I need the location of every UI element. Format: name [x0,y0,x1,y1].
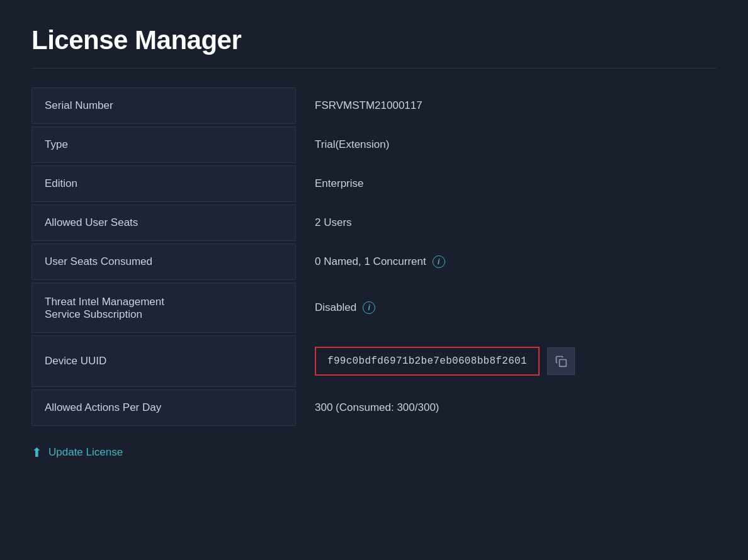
device-uuid-row: Device UUID f99c0bdfd6971b2be7eb0608bb8f… [31,335,717,387]
user-seats-consumed-text: 0 Named, 1 Concurrent [315,255,426,268]
threat-intel-text: Disabled [315,301,356,314]
serial-number-value: FSRVMSTM21000117 [296,87,717,124]
allowed-user-seats-label: Allowed User Seats [31,204,296,241]
type-label: Type [31,126,296,163]
copy-uuid-button[interactable] [547,347,575,375]
threat-intel-row: Threat Intel ManagementService Subscript… [31,283,717,333]
device-uuid-value: f99c0bdfd6971b2be7eb0608bb8f2601 [296,335,717,387]
edition-label: Edition [31,165,296,202]
header-divider [31,68,717,69]
update-license-label: Update License [48,446,123,459]
threat-intel-label: Threat Intel ManagementService Subscript… [31,283,296,333]
allowed-user-seats-row: Allowed User Seats 2 Users [31,204,717,241]
serial-number-label: Serial Number [31,87,296,124]
user-seats-consumed-row: User Seats Consumed 0 Named, 1 Concurren… [31,244,717,280]
type-value: Trial(Extension) [296,126,717,163]
serial-number-row: Serial Number FSRVMSTM21000117 [31,87,717,124]
allowed-actions-label: Allowed Actions Per Day [31,389,296,426]
user-seats-consumed-label: User Seats Consumed [31,244,296,280]
threat-intel-info-icon[interactable]: i [363,301,375,314]
device-uuid-label: Device UUID [31,335,296,387]
license-fields: Serial Number FSRVMSTM21000117 Type Tria… [31,87,717,426]
allowed-user-seats-value: 2 Users [296,204,717,241]
threat-intel-value: Disabled i [296,283,717,333]
allowed-actions-row: Allowed Actions Per Day 300 (Consumed: 3… [31,389,717,426]
svg-rect-0 [559,360,566,367]
allowed-actions-value: 300 (Consumed: 300/300) [296,389,717,426]
update-license-button[interactable]: ⬆ Update License [31,445,123,460]
user-seats-info-icon[interactable]: i [433,255,445,268]
update-license-icon: ⬆ [31,445,42,460]
user-seats-consumed-value: 0 Named, 1 Concurrent i [296,244,717,280]
type-row: Type Trial(Extension) [31,126,717,163]
page-title: License Manager [31,25,717,55]
edition-value: Enterprise [296,165,717,202]
edition-row: Edition Enterprise [31,165,717,202]
copy-icon [555,355,567,367]
device-uuid-text: f99c0bdfd6971b2be7eb0608bb8f2601 [315,347,540,376]
